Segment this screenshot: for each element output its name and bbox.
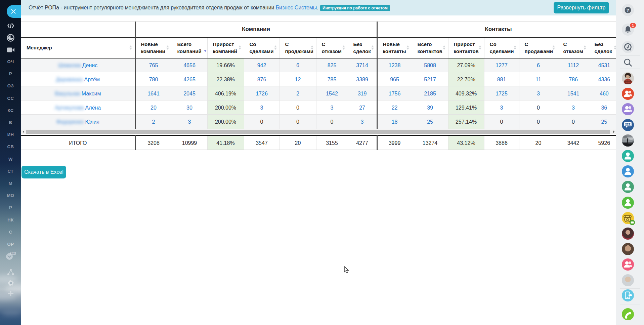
svg-text:1: 1	[632, 24, 634, 28]
svg-text:99+: 99+	[10, 252, 15, 255]
svg-text:?: ?	[627, 8, 629, 13]
